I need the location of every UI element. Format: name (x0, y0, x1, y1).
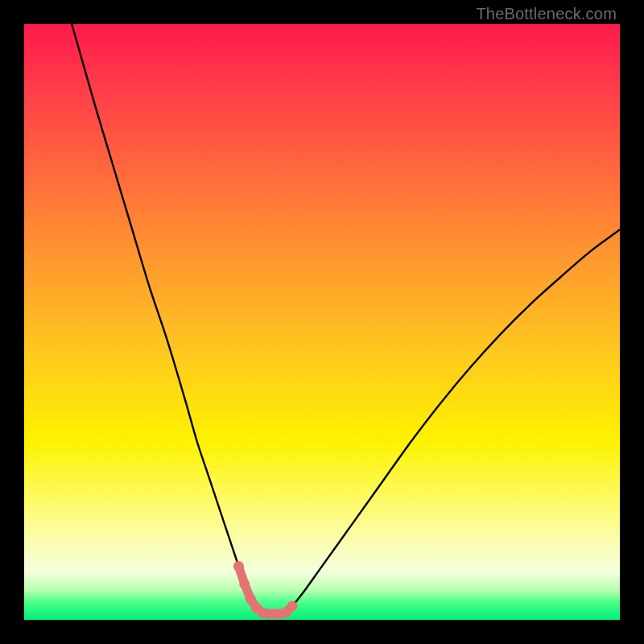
plot-area (24, 24, 620, 620)
flat-bottom-markers (233, 561, 298, 619)
flat-bottom-dot (239, 579, 250, 589)
bottleneck-curve-path (72, 24, 620, 614)
chart-frame: TheBottleneck.com (0, 0, 644, 644)
bottleneck-curve-svg (24, 24, 620, 620)
flat-bottom-line (238, 566, 292, 613)
flat-bottom-dot (246, 594, 256, 605)
watermark-text: TheBottleneck.com (476, 5, 617, 23)
flat-bottom-dot (287, 601, 298, 611)
flat-bottom-dot (233, 561, 244, 572)
